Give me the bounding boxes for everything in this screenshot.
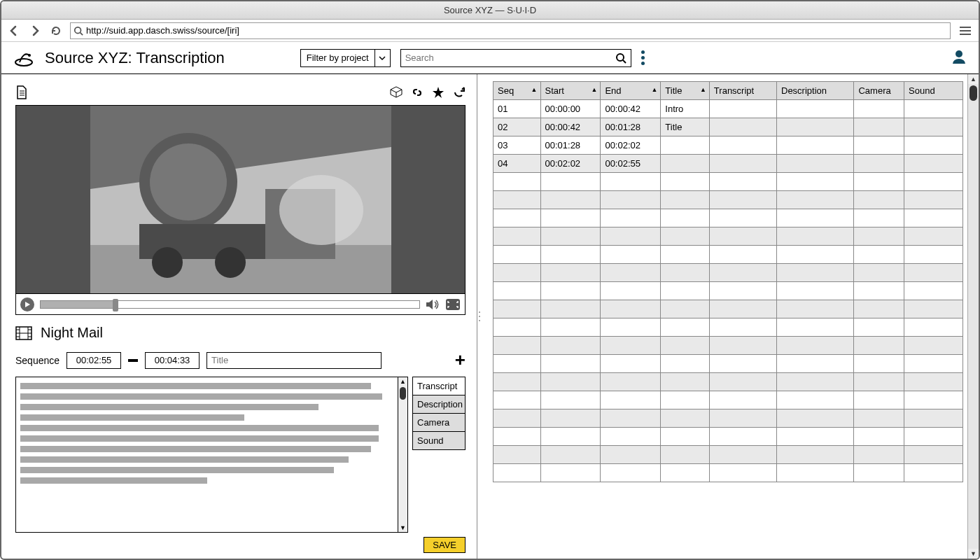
star-icon[interactable]	[432, 86, 444, 99]
svg-point-36	[479, 320, 480, 321]
film-title: Night Mail	[41, 325, 103, 341]
svg-marker-24	[426, 300, 433, 309]
menu-button[interactable]	[958, 23, 973, 38]
url-bar[interactable]	[70, 22, 951, 39]
progress-handle[interactable]	[113, 299, 118, 312]
col-sound: Sound	[904, 82, 963, 100]
video-progress[interactable]	[40, 300, 420, 309]
chevron-down-icon	[374, 50, 390, 66]
window-titlebar: Source XYZ — S·U·I·D	[1, 1, 979, 20]
fullscreen-icon[interactable]	[445, 298, 461, 311]
video-controls	[16, 293, 465, 314]
page-title: Source XYZ: Transcription	[45, 49, 225, 67]
table-row-empty	[493, 173, 963, 191]
svg-marker-23	[25, 302, 30, 307]
film-icon	[15, 326, 32, 340]
sequence-title-input[interactable]	[206, 352, 382, 369]
col-title[interactable]: Title▲	[661, 82, 710, 100]
search-icon	[74, 26, 83, 36]
right-scrollbar[interactable]: ▲ ▼	[967, 74, 979, 559]
sequence-label: Sequence	[15, 355, 59, 366]
editor-row: ▲ ▼ TranscriptDescriptionCameraSound	[15, 377, 465, 533]
project-filter[interactable]: Filter by project	[300, 49, 391, 67]
sequence-table: Seq▲Start▲End▲Title▲TranscriptDescriptio…	[493, 81, 963, 482]
col-seq[interactable]: Seq▲	[493, 82, 541, 100]
svg-marker-10	[391, 87, 402, 92]
svg-point-35	[479, 316, 480, 317]
table-row-empty	[493, 191, 963, 209]
table-row-empty	[493, 446, 963, 464]
link-icon[interactable]	[411, 86, 424, 99]
editor-tab-camera[interactable]: Camera	[413, 414, 465, 432]
transcript-editor[interactable]: ▲ ▼	[15, 377, 408, 533]
col-camera: Camera	[854, 82, 904, 100]
filter-label: Filter by project	[301, 52, 374, 63]
table-row-empty	[493, 264, 963, 282]
col-description: Description	[777, 82, 854, 100]
editor-tabs: TranscriptDescriptionCameraSound	[412, 377, 465, 450]
table-row-empty	[493, 337, 963, 355]
window-title: Source XYZ — S·U·I·D	[444, 5, 536, 15]
editor-textarea[interactable]	[16, 377, 398, 532]
url-input[interactable]	[86, 25, 947, 36]
svg-marker-12	[433, 87, 444, 98]
table-row-empty	[493, 209, 963, 227]
editor-scrollbar[interactable]: ▲ ▼	[398, 377, 407, 532]
svg-point-19	[152, 247, 183, 278]
table-row-empty	[493, 355, 963, 373]
table-row-empty	[493, 391, 963, 410]
table-row[interactable]: 0100:00:0000:00:42Intro	[493, 100, 963, 118]
svg-point-3	[28, 54, 31, 57]
search-icon	[615, 52, 626, 64]
svg-point-6	[955, 50, 962, 57]
save-button[interactable]: SAVE	[424, 537, 465, 553]
table-row[interactable]: 0300:01:2800:02:02	[493, 136, 963, 155]
volume-icon[interactable]	[426, 298, 440, 311]
browser-navbar	[1, 20, 979, 42]
table-row-empty	[493, 300, 963, 318]
left-pane: Night Mail Sequence +	[1, 74, 477, 559]
share-icon[interactable]	[453, 86, 465, 99]
sequence-start-input[interactable]	[66, 352, 121, 369]
search-box[interactable]	[400, 49, 631, 67]
app-window: Source XYZ — S·U·I·D Source XYZ: Transcr…	[0, 0, 980, 560]
more-options-button[interactable]	[641, 50, 645, 65]
svg-rect-25	[446, 299, 460, 310]
editor-tab-transcript[interactable]: Transcript	[413, 377, 465, 396]
table-row-empty	[493, 410, 963, 428]
table-row-empty	[493, 464, 963, 482]
svg-line-5	[623, 60, 626, 63]
film-title-row: Night Mail	[15, 325, 465, 341]
table-row-empty	[493, 282, 963, 300]
document-icon[interactable]	[15, 85, 28, 99]
forward-button[interactable]	[28, 24, 42, 38]
sequence-row: Sequence +	[15, 349, 465, 371]
sequence-table-wrap: Seq▲Start▲End▲Title▲TranscriptDescriptio…	[482, 74, 967, 559]
video-frame	[16, 106, 465, 293]
table-row-empty	[493, 428, 963, 446]
svg-point-2	[15, 59, 32, 66]
table-row[interactable]: 0400:02:0200:02:55	[493, 155, 963, 173]
table-row-empty	[493, 318, 963, 337]
table-row[interactable]: 0200:00:4200:01:28Title	[493, 118, 963, 136]
svg-point-34	[479, 312, 480, 313]
search-input[interactable]	[405, 52, 612, 63]
video-player	[15, 105, 465, 315]
svg-point-4	[617, 54, 624, 61]
cube-icon[interactable]	[390, 86, 402, 99]
play-button[interactable]	[20, 298, 34, 312]
col-start[interactable]: Start▲	[540, 82, 601, 100]
svg-line-1	[80, 32, 83, 35]
table-row-empty	[493, 246, 963, 264]
add-sequence-button[interactable]: +	[455, 349, 465, 371]
sequence-end-input[interactable]	[145, 352, 200, 369]
editor-tab-description[interactable]: Description	[413, 396, 465, 414]
reload-button[interactable]	[49, 24, 63, 38]
col-end[interactable]: End▲	[601, 82, 661, 100]
table-row-empty	[493, 227, 963, 246]
editor-tab-sound[interactable]: Sound	[413, 432, 465, 449]
main-content: Night Mail Sequence +	[1, 74, 979, 559]
back-button[interactable]	[7, 24, 21, 38]
col-transcript: Transcript	[709, 82, 776, 100]
user-icon[interactable]	[951, 48, 967, 67]
